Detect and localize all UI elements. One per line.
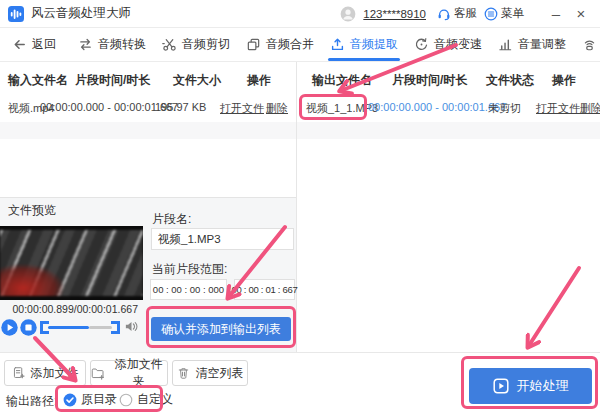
add-folder-label: 添加文件夹 bbox=[110, 356, 167, 390]
play-button[interactable] bbox=[1, 319, 18, 336]
segment-name-input[interactable] bbox=[151, 228, 294, 250]
menu-icon bbox=[484, 7, 498, 21]
progress-slider-fill[interactable] bbox=[48, 326, 89, 329]
range-end-input[interactable]: 00 : 00 : 01 : 667 bbox=[234, 279, 295, 300]
tab-label: 音量调整 bbox=[518, 36, 566, 53]
progress-slider-track[interactable] bbox=[89, 326, 112, 329]
open-file-link[interactable]: 打开文件 bbox=[220, 101, 264, 116]
tab-audio-speed[interactable]: 音频变速 bbox=[406, 28, 490, 61]
preview-title: 文件预览 bbox=[8, 202, 56, 219]
output-file-duration: 00:00:00.000 - 00:00:01.667 bbox=[368, 101, 506, 113]
tab-audio-cut[interactable]: 音频剪切 bbox=[154, 28, 238, 61]
title-bar: 风云音频处理大师 123****8910 客服 菜单 – × bbox=[0, 0, 600, 28]
tab-label: 音频剪切 bbox=[182, 36, 230, 53]
radio-original-label: 原目录 bbox=[81, 391, 117, 408]
customer-service-label: 客服 bbox=[454, 6, 477, 21]
app-title: 风云音频处理大师 bbox=[31, 5, 131, 22]
avatar-icon[interactable] bbox=[340, 6, 356, 22]
scissors-icon bbox=[162, 37, 177, 52]
start-processing-label: 开始处理 bbox=[517, 377, 569, 395]
segment-range-label: 当前片段范围: bbox=[152, 261, 227, 278]
add-folder-button[interactable]: 添加文件夹 bbox=[90, 360, 168, 386]
add-folder-icon bbox=[91, 366, 104, 380]
tab-audio-convert[interactable]: 音频转换 bbox=[70, 28, 154, 61]
video-frame bbox=[0, 230, 143, 296]
tab-label: 音频合并 bbox=[266, 36, 314, 53]
output-file-status: 未剪切 bbox=[488, 101, 521, 116]
confirm-add-to-output-button[interactable]: 确认并添加到输出列表 bbox=[151, 317, 291, 341]
merge-icon bbox=[246, 37, 261, 52]
table-row-stripe bbox=[0, 122, 296, 139]
close-button[interactable]: × bbox=[572, 5, 590, 23]
headset-icon bbox=[437, 7, 451, 21]
start-play-icon bbox=[493, 378, 509, 394]
add-file-label: 添加文件 bbox=[31, 365, 79, 382]
start-processing-button[interactable]: 开始处理 bbox=[469, 368, 592, 404]
column-header: 文件大小 bbox=[173, 72, 221, 89]
video-preview[interactable] bbox=[0, 226, 143, 300]
convert-icon bbox=[78, 37, 93, 52]
app-logo-icon bbox=[8, 6, 24, 22]
tab-audio-extract[interactable]: 音频提取 bbox=[322, 28, 406, 61]
annotation-arrow-start-button bbox=[528, 268, 579, 347]
trim-handle-right[interactable] bbox=[111, 321, 120, 334]
output-path-label: 输出路径: bbox=[6, 393, 57, 410]
column-header: 片段时间/时长 bbox=[75, 72, 150, 89]
volume-bars-icon bbox=[498, 37, 513, 52]
radio-original-directory[interactable]: 原目录 bbox=[63, 391, 117, 408]
delete-link[interactable]: 删除 bbox=[266, 101, 288, 116]
trash-icon bbox=[177, 366, 190, 380]
range-start-input[interactable]: 00 : 00 : 00 : 000 bbox=[150, 279, 227, 300]
playback-time: 00:00:00.899/00:00:01.667 bbox=[0, 303, 138, 315]
radio-custom-label: 自定义 bbox=[137, 391, 173, 408]
back-label: 返回 bbox=[32, 36, 56, 53]
radio-custom-directory[interactable]: 自定义 bbox=[119, 391, 173, 408]
tab-label: 音频转换 bbox=[98, 36, 146, 53]
tab-volume-adjust[interactable]: 音量调整 bbox=[490, 28, 574, 61]
menu-button[interactable]: 菜单 bbox=[484, 6, 524, 21]
add-file-icon bbox=[12, 366, 25, 380]
column-header: 片段时间/时长 bbox=[392, 72, 467, 89]
tab-audio-merge[interactable]: 音频合并 bbox=[238, 28, 322, 61]
speed-icon bbox=[414, 37, 429, 52]
customer-service-button[interactable]: 客服 bbox=[437, 6, 477, 21]
column-header: 文件状态 bbox=[486, 72, 534, 89]
input-file-size: 195.97 KB bbox=[155, 101, 206, 113]
segment-name-label: 片段名: bbox=[152, 211, 191, 228]
panel-divider bbox=[296, 62, 297, 352]
toolbar: 返回 音频转换 音频剪切 音频合并 音频提取 音频变速 音量调整 噪声消除 添加… bbox=[0, 28, 600, 62]
radio-checked-icon bbox=[63, 393, 77, 407]
clear-list-button[interactable]: 清空列表 bbox=[172, 360, 248, 386]
clear-list-label: 清空列表 bbox=[196, 365, 244, 382]
open-file-link[interactable]: 打开文件 bbox=[536, 101, 580, 116]
tab-label: 音频变速 bbox=[434, 36, 482, 53]
minimize-button[interactable]: – bbox=[547, 5, 565, 23]
menu-label: 菜单 bbox=[501, 6, 524, 21]
column-header: 输入文件名 bbox=[8, 72, 68, 89]
stop-button[interactable] bbox=[20, 319, 37, 336]
column-header: 输出文件名 bbox=[312, 72, 372, 89]
delete-link[interactable]: 删除 bbox=[580, 101, 600, 116]
denoise-icon bbox=[582, 37, 597, 52]
add-file-button[interactable]: 添加文件 bbox=[4, 360, 86, 386]
back-button[interactable]: 返回 bbox=[8, 28, 60, 61]
extract-icon bbox=[330, 37, 345, 52]
tab-noise-removal[interactable]: 噪声消除 bbox=[574, 28, 600, 61]
back-arrow-icon bbox=[12, 37, 27, 52]
app-window: { "titlebar": { "app_title": "风云音频处理大师",… bbox=[0, 0, 600, 418]
tab-label: 音频提取 bbox=[350, 36, 398, 53]
radio-unchecked-icon bbox=[119, 393, 133, 407]
speaker-icon[interactable] bbox=[124, 319, 139, 334]
column-header: 操作 bbox=[552, 72, 576, 89]
column-header: 操作 bbox=[247, 72, 271, 89]
account-id[interactable]: 123****8910 bbox=[363, 8, 426, 20]
table-row-stripe bbox=[297, 122, 600, 139]
